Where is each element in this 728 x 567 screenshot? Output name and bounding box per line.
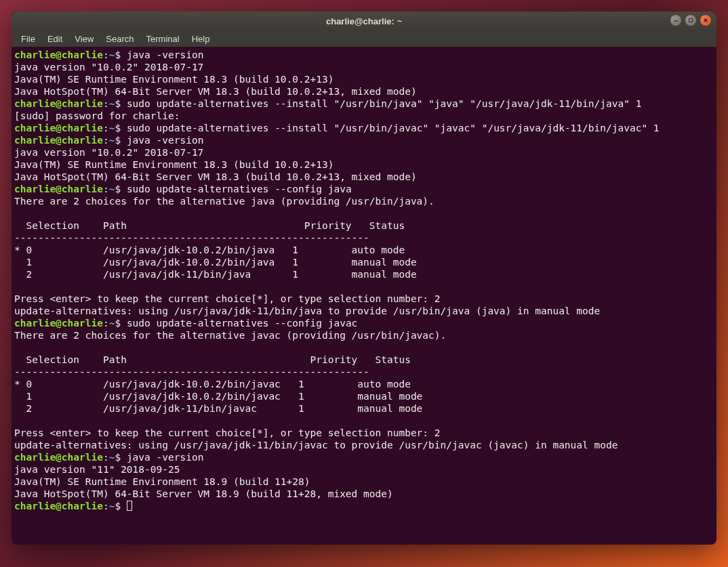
output-line: update-alternatives: using /usr/java/jdk… xyxy=(14,440,618,450)
output-line: Java HotSpot(TM) 64-Bit Server VM 18.3 (… xyxy=(14,171,417,182)
prompt-dollar: $ xyxy=(115,501,126,511)
prompt-dollar: $ xyxy=(115,123,126,133)
maximize-icon xyxy=(688,18,693,23)
menu-file[interactable]: File xyxy=(16,33,41,45)
output-line: Java HotSpot(TM) 64-Bit Server VM 18.9 (… xyxy=(14,488,393,499)
output-line: Press <enter> to keep the current choice… xyxy=(14,293,441,304)
titlebar[interactable]: charlie@charlie: ~ xyxy=(12,12,716,30)
menu-view[interactable]: View xyxy=(69,33,99,45)
prompt-user: charlie@charlie xyxy=(14,501,103,511)
prompt-user: charlie@charlie xyxy=(14,123,103,133)
menu-help[interactable]: Help xyxy=(186,33,216,45)
window-controls xyxy=(670,15,711,26)
output-line: [sudo] password for charlie: xyxy=(14,110,186,121)
prompt-dollar: $ xyxy=(115,135,126,146)
table-header: Selection Path Priority Status xyxy=(14,220,405,231)
output-line: Press <enter> to keep the current choice… xyxy=(14,427,441,438)
table-row: 1 /usr/java/jdk-10.0.2/bin/java 1 manual… xyxy=(14,257,417,268)
table-row: 2 /usr/java/jdk-11/bin/java 1 manual mod… xyxy=(14,269,417,280)
command-text: sudo update-alternatives --install "/usr… xyxy=(127,123,660,133)
terminal-window: charlie@charlie: ~ File Edit View Search… xyxy=(12,12,716,545)
output-line: java version "11" 2018-09-25 xyxy=(14,464,180,475)
output-line: Java(TM) SE Runtime Environment 18.3 (bu… xyxy=(14,74,333,85)
prompt-colon: : xyxy=(103,135,109,146)
table-separator: ----------------------------------------… xyxy=(14,232,369,243)
output-line: There are 2 choices for the alternative … xyxy=(14,330,446,341)
window-title: charlie@charlie: ~ xyxy=(326,16,402,26)
command-text: java -version xyxy=(127,135,204,146)
command-text: sudo update-alternatives --config javac xyxy=(127,318,357,329)
prompt-dollar: $ xyxy=(115,98,126,109)
prompt-dollar: $ xyxy=(115,49,126,60)
prompt-user: charlie@charlie xyxy=(14,318,103,329)
table-separator: ----------------------------------------… xyxy=(14,366,369,377)
command-text: java -version xyxy=(127,49,204,60)
table-row: * 0 /usr/java/jdk-10.0.2/bin/java 1 auto… xyxy=(14,245,405,255)
prompt-user: charlie@charlie xyxy=(14,135,103,146)
prompt-user: charlie@charlie xyxy=(14,184,103,194)
minimize-button[interactable] xyxy=(670,15,681,26)
command-text: sudo update-alternatives --config java xyxy=(127,184,352,194)
prompt-dollar: $ xyxy=(115,318,126,329)
cursor xyxy=(127,501,132,511)
output-line: Java(TM) SE Runtime Environment 18.9 (bu… xyxy=(14,476,310,487)
command-text: sudo update-alternatives --install "/usr… xyxy=(127,98,642,109)
output-line: java version "10.0.2" 2018-07-17 xyxy=(14,147,203,158)
table-header: Selection Path Priority Status xyxy=(14,354,411,365)
output-line: Java HotSpot(TM) 64-Bit Server VM 18.3 (… xyxy=(14,86,417,97)
menu-edit[interactable]: Edit xyxy=(42,33,68,45)
prompt-colon: : xyxy=(103,49,109,60)
minimize-icon xyxy=(673,18,679,23)
output-line: Java(TM) SE Runtime Environment 18.3 (bu… xyxy=(14,159,333,170)
menu-terminal[interactable]: Terminal xyxy=(141,33,185,45)
menubar: File Edit View Search Terminal Help xyxy=(12,30,716,47)
prompt-user: charlie@charlie xyxy=(14,49,103,60)
prompt-colon: : xyxy=(103,98,109,109)
prompt-user: charlie@charlie xyxy=(14,98,103,109)
output-line: update-alternatives: using /usr/java/jdk… xyxy=(14,306,600,316)
close-button[interactable] xyxy=(700,15,711,26)
terminal-content[interactable]: charlie@charlie:~$ java -version java ve… xyxy=(12,47,716,545)
prompt-dollar: $ xyxy=(115,452,126,463)
output-line: java version "10.0.2" 2018-07-17 xyxy=(14,62,203,72)
maximize-button[interactable] xyxy=(685,15,696,26)
command-text: java -version xyxy=(127,452,204,463)
output-line: There are 2 choices for the alternative … xyxy=(14,196,434,207)
table-row: 2 /usr/java/jdk-11/bin/javac 1 manual mo… xyxy=(14,403,422,414)
prompt-colon: : xyxy=(103,123,109,133)
prompt-colon: : xyxy=(103,452,109,463)
menu-search[interactable]: Search xyxy=(100,33,139,45)
prompt-colon: : xyxy=(103,318,109,329)
table-row: * 0 /usr/java/jdk-10.0.2/bin/javac 1 aut… xyxy=(14,379,411,390)
prompt-colon: : xyxy=(103,184,109,194)
close-icon xyxy=(703,18,708,23)
prompt-colon: : xyxy=(103,501,109,511)
table-row: 1 /usr/java/jdk-10.0.2/bin/javac 1 manua… xyxy=(14,391,422,402)
prompt-user: charlie@charlie xyxy=(14,452,103,463)
svg-rect-1 xyxy=(689,19,693,22)
prompt-dollar: $ xyxy=(115,184,126,194)
